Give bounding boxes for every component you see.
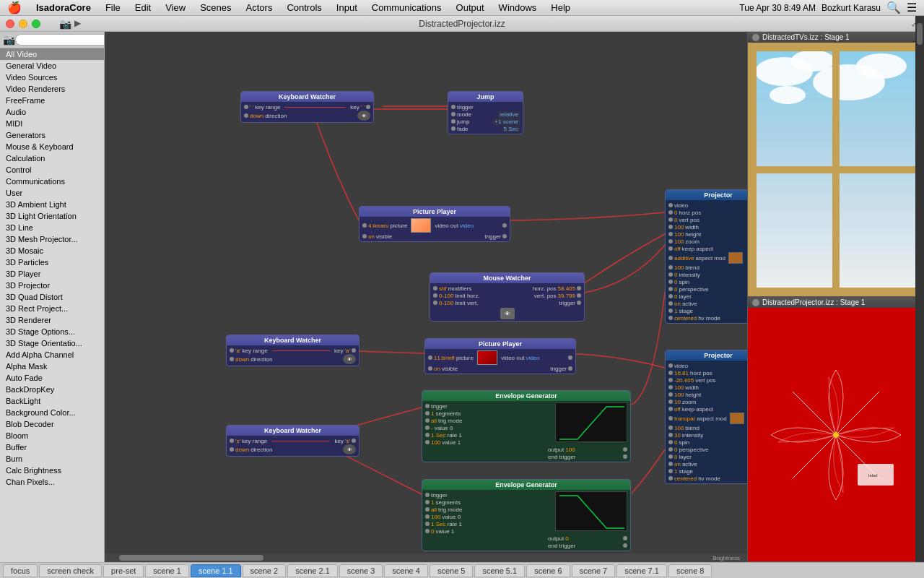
tab-scene-6[interactable]: scene 6	[526, 564, 570, 577]
port-in[interactable]	[451, 126, 456, 131]
sidebar-item-3d-projector[interactable]: 3D Projector	[0, 280, 104, 291]
port-in[interactable]	[362, 234, 367, 238]
sidebar-item-3d-renderer[interactable]: 3D Renderer	[0, 314, 104, 326]
preview-vscroll-thumb[interactable]	[917, 32, 923, 45]
sidebar-item-3d-particles[interactable]: 3D Particles	[0, 256, 104, 268]
node-projector-1[interactable]: Projector video video in 0 horz pos	[665, 189, 747, 324]
node-picture-player-1[interactable]: Picture Player 4:ikearu picture video ou…	[359, 206, 510, 242]
sidebar-item-video-renderers[interactable]: Video Renderers	[0, 83, 104, 95]
search-icon[interactable]: 🔍	[886, 1, 901, 14]
port-in[interactable]	[668, 400, 673, 404]
node-envelope-generator-2[interactable]: Envelope Generator trigger 1 segments	[422, 479, 631, 551]
port-in[interactable]	[451, 105, 456, 109]
port-in[interactable]	[668, 203, 673, 207]
sidebar-item-control[interactable]: Control	[0, 164, 104, 176]
port-in[interactable]	[425, 500, 430, 504]
port-in[interactable]	[433, 301, 437, 305]
tab-scene-2[interactable]: scene 2	[243, 564, 287, 577]
port-in[interactable]	[451, 119, 456, 124]
tab-scene-2-1[interactable]: scene 2.1	[287, 564, 338, 577]
port-in[interactable]	[425, 507, 430, 512]
port-in[interactable]	[668, 316, 673, 320]
tab-scene-5[interactable]: scene 5	[430, 564, 474, 577]
port-in[interactable]	[425, 433, 430, 437]
menu-controls[interactable]: Controls	[279, 2, 328, 13]
port-in[interactable]	[668, 454, 673, 459]
sidebar-item-bg-color[interactable]: Background Color...	[0, 407, 104, 418]
port-in[interactable]	[668, 440, 673, 444]
port-in[interactable]	[425, 404, 430, 408]
port-in[interactable]	[230, 357, 234, 361]
sidebar-item-general-video[interactable]: General Video	[0, 60, 104, 72]
tab-scene-3[interactable]: scene 3	[339, 564, 383, 577]
port-in[interactable]	[668, 294, 673, 298]
port-out[interactable]	[623, 536, 627, 540]
sidebar-item-auto-fade[interactable]: Auto Fade	[0, 372, 104, 384]
port-in[interactable]	[668, 272, 673, 277]
port-out[interactable]	[568, 366, 572, 371]
sidebar-item-freeframe[interactable]: FreeFrame	[0, 95, 104, 106]
sidebar-item-calculation[interactable]: Calculation	[0, 152, 104, 164]
menu-communications[interactable]: Communications	[365, 2, 449, 13]
port-in[interactable]	[425, 514, 430, 519]
port-out[interactable]	[568, 355, 572, 360]
tab-scene-4[interactable]: scene 4	[384, 564, 428, 577]
port-in[interactable]	[668, 287, 673, 291]
sidebar-item-3d-quad[interactable]: 3D Quad Distort	[0, 291, 104, 303]
port-in[interactable]	[428, 366, 432, 371]
tab-screen-check[interactable]: screen check	[39, 564, 102, 577]
sidebar-item-buffer[interactable]: Buffer	[0, 441, 104, 453]
menu-file[interactable]: File	[98, 2, 128, 13]
preview-2-close[interactable]	[752, 299, 759, 306]
port-in[interactable]	[425, 529, 430, 533]
zoom-button[interactable]	[32, 20, 40, 28]
sidebar-item-add-alpha[interactable]: Add Alpha Channel	[0, 349, 104, 361]
port-in[interactable]	[362, 223, 367, 228]
port-out[interactable]	[623, 543, 627, 548]
port-in[interactable]	[668, 265, 673, 269]
port-in[interactable]	[668, 426, 673, 430]
port-in[interactable]	[668, 239, 673, 243]
sidebar-item-generators[interactable]: Generators	[0, 129, 104, 141]
port-in[interactable]	[425, 426, 430, 430]
port-out[interactable]	[577, 301, 581, 305]
sidebar-item-burn[interactable]: Burn	[0, 453, 104, 465]
sidebar-item-3d-player[interactable]: 3D Player	[0, 268, 104, 280]
port-out[interactable]	[502, 223, 507, 228]
port-in[interactable]	[668, 416, 673, 420]
port-in[interactable]	[668, 363, 673, 368]
port-in[interactable]	[244, 113, 248, 118]
port-in[interactable]	[230, 447, 234, 452]
sidebar-item-communications[interactable]: Communications	[0, 176, 104, 187]
sidebar-item-midi[interactable]: MIDI	[0, 118, 104, 129]
port-in[interactable]	[668, 378, 673, 382]
port-in[interactable]	[668, 462, 673, 466]
port-in[interactable]	[668, 309, 673, 313]
sidebar-item-user[interactable]: User	[0, 187, 104, 199]
node-keyboard-watcher-1[interactable]: Keyboard Watcher ' ' key range key ' ' d…	[240, 91, 374, 123]
sidebar-item-3d-stage-options[interactable]: 3D Stage Options...	[0, 326, 104, 337]
node-projector-2[interactable]: Projector video video in 16.81 horz pos	[665, 350, 747, 484]
port-in[interactable]	[230, 439, 234, 443]
sidebar-item-3d-stage-ori[interactable]: 3D Stage Orientatio...	[0, 337, 104, 349]
tab-scene-7[interactable]: scene 7	[572, 564, 616, 577]
sidebar-item-blob-decoder[interactable]: Blob Decoder	[0, 418, 104, 430]
port-in[interactable]	[668, 256, 673, 260]
sidebar-item-3d-line[interactable]: 3D Line	[0, 222, 104, 233]
menu-view[interactable]: View	[158, 2, 193, 13]
menu-scenes[interactable]: Scenes	[193, 2, 238, 13]
node-mouse-watcher[interactable]: Mouse Watcher shf modifiers horz. pos 58…	[430, 272, 585, 322]
port-in[interactable]	[668, 210, 673, 215]
port-in[interactable]	[668, 232, 673, 236]
sidebar-item-backdrop[interactable]: BackDropKey	[0, 384, 104, 395]
port-in[interactable]	[668, 469, 673, 473]
sidebar-item-all-video[interactable]: All Video	[0, 48, 104, 60]
tab-scene-1-1[interactable]: scene 1.1	[191, 564, 241, 577]
port-out[interactable]	[352, 439, 356, 443]
tab-focus[interactable]: focus	[3, 564, 38, 577]
tab-scene-7-1[interactable]: scene 7.1	[616, 564, 667, 577]
menu-edit[interactable]: Edit	[128, 2, 158, 13]
sidebar-item-chan-pixels[interactable]: Chan Pixels...	[0, 476, 104, 488]
sidebar-item-3d-rect[interactable]: 3D Rect Project...	[0, 303, 104, 314]
sidebar-item-mouse-keyboard[interactable]: Mouse & Keyboard	[0, 141, 104, 152]
